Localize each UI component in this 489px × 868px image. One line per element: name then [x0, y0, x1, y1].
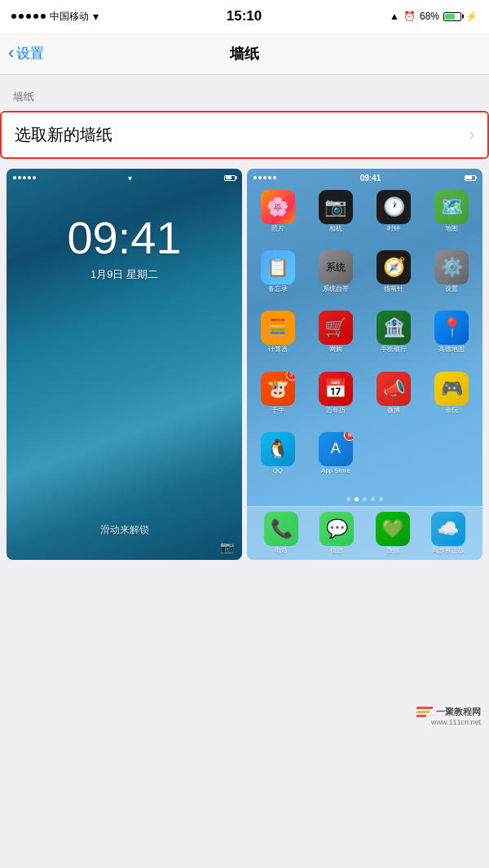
list-item[interactable]: 🐮 7 千牛 [250, 372, 305, 429]
appstore-app-icon: A 9 [319, 432, 353, 466]
page-dots [247, 492, 482, 506]
list-item[interactable]: 📷 相机 [308, 190, 363, 247]
charging-icon: ⚡ [465, 11, 478, 22]
battery-icon [443, 12, 461, 21]
lock-signal [13, 176, 36, 179]
status-bar: 中国移动 ▾ 15:10 ▲ ⏰ 68% ⚡ [0, 0, 489, 33]
chevron-left-icon: ‹ [8, 44, 14, 62]
status-left: 中国移动 ▾ [11, 10, 99, 24]
list-item[interactable]: 🐧 QQ [250, 432, 305, 489]
dock-phone[interactable]: 📞 电话 [264, 512, 298, 555]
app-grid: 🌸 照片 📷 相机 🕐 时钟 🗺️ 地图 [247, 187, 482, 492]
backup-app-icon: 📋 [261, 250, 295, 284]
list-item[interactable]: 📍 高德地图 [425, 311, 479, 368]
list-item[interactable]: 🌸 照片 [250, 190, 305, 247]
gaode-app-icon: 📍 [434, 311, 469, 345]
wallpaper-row-label: 选取新的墙纸 [15, 124, 112, 146]
list-item[interactable]: 🎮 余玩 [425, 372, 479, 429]
messages-app-icon: 💬 [319, 512, 354, 546]
dock: 📞 电话 💬 信息 💚 微信 ☁️ 同步推正版 [247, 506, 482, 560]
lock-time: 09:41 [67, 211, 181, 264]
camera-icon: 📷 [220, 540, 234, 553]
system-app-icon: 系统 [319, 250, 353, 284]
photos-app-icon: 🌸 [261, 190, 295, 224]
list-item[interactable]: 🧭 指南针 [367, 250, 421, 307]
battery-percent: 68% [420, 11, 439, 22]
bottom-area: 一聚教程网 www.111cn.net [0, 570, 489, 733]
watermark-logo: 一聚教程网 [416, 706, 481, 718]
location-icon: ▲ [390, 11, 399, 22]
page-dot [363, 497, 367, 501]
dock-wechat[interactable]: 💚 微信 [376, 512, 410, 555]
dock-messages[interactable]: 💬 信息 [319, 512, 354, 555]
home-screen-preview[interactable]: 09:41 🌸 照片 📷 相机 🕐 [247, 169, 482, 560]
page-dot-active [355, 497, 359, 501]
youxi-app-icon: 🎮 [434, 372, 469, 406]
list-item[interactable]: 🏦 手机银行 [367, 311, 421, 368]
status-time: 15:10 [227, 8, 262, 24]
clock-app-icon: 🕐 [377, 190, 411, 224]
list-item[interactable]: 📣 微博 [367, 372, 421, 429]
watermark: 一聚教程网 www.111cn.net [416, 706, 481, 726]
chevron-right-icon: › [469, 126, 474, 143]
list-item[interactable]: 🕐 时钟 [367, 190, 421, 247]
home-status-right [465, 175, 476, 181]
qq-app-icon: 🐧 [261, 432, 295, 466]
lock-wifi-icon: ▾ [128, 174, 132, 183]
wifi-icon: ▾ [93, 10, 99, 23]
watermark-lines [416, 707, 433, 717]
section-label: 墙纸 [0, 75, 489, 111]
lock-status-bar: ▾ [7, 169, 242, 187]
lock-screen: ▾ 09:41 1月9日 星期二 滑动来解锁 📷 [7, 169, 242, 560]
home-signal [253, 176, 276, 179]
list-item[interactable]: 📋 备忘录 [250, 250, 305, 307]
wechat-app-icon: 💚 [376, 512, 410, 546]
watermark-name: 一聚教程网 [436, 706, 481, 718]
back-label: 设置 [16, 44, 44, 63]
status-right: ▲ ⏰ 68% ⚡ [390, 11, 478, 22]
wallpaper-select-row[interactable]: 选取新的墙纸 › [0, 111, 489, 159]
tongbu-app-icon: ☁️ [431, 512, 465, 546]
lock-unlock-text: 滑动来解锁 [100, 523, 149, 537]
list-item[interactable]: ⚙️ 设置 [425, 250, 479, 307]
list-item[interactable]: 📅 万年历 [308, 372, 363, 429]
list-item[interactable]: 系统 系统自带 [308, 250, 363, 307]
list-item[interactable]: 🧮 计算器 [250, 311, 305, 368]
list-item[interactable]: 🗺️ 地图 [425, 190, 479, 247]
dock-tongbu[interactable]: ☁️ 同步推正版 [431, 512, 465, 555]
lock-date: 1月9日 星期二 [90, 267, 158, 282]
list-item[interactable]: 🛒 网购 [308, 311, 363, 368]
alarm-icon: ⏰ [403, 11, 416, 22]
list-item [367, 432, 421, 489]
qianniu-app-icon: 🐮 7 [261, 372, 295, 406]
page-dot [379, 497, 383, 501]
maps-app-icon: 🗺️ [434, 190, 469, 224]
list-item[interactable]: A 9 App Store [308, 432, 363, 489]
wanli-app-icon: 📅 [319, 372, 353, 406]
phone-app-icon: 📞 [264, 512, 298, 546]
bank-app-icon: 🏦 [377, 311, 411, 345]
home-status-bar: 09:41 [247, 169, 482, 187]
signal-dots [11, 14, 46, 19]
watermark-site: www.111cn.net [431, 718, 481, 726]
list-item [425, 432, 479, 489]
lock-screen-preview[interactable]: ▾ 09:41 1月9日 星期二 滑动来解锁 📷 [7, 169, 242, 560]
camera-app-icon: 📷 [319, 190, 353, 224]
page-title: 墙纸 [230, 44, 259, 64]
content-area: 墙纸 选取新的墙纸 › ▾ [0, 75, 489, 733]
wangyi-app-icon: 🛒 [319, 311, 353, 345]
home-screen: 09:41 🌸 照片 📷 相机 🕐 [247, 169, 482, 560]
settings-app-icon: ⚙️ [434, 250, 469, 284]
navigation-bar: ‹ 设置 墙纸 [0, 33, 489, 75]
home-time: 09:41 [360, 174, 381, 183]
lock-status-right [224, 175, 236, 181]
back-button[interactable]: ‹ 设置 [8, 44, 44, 63]
carrier-label: 中国移动 [50, 10, 89, 24]
compass-app-icon: 🧭 [377, 250, 411, 284]
wallpaper-preview-area: ▾ 09:41 1月9日 星期二 滑动来解锁 📷 [0, 159, 489, 570]
page-dot [371, 497, 375, 501]
weibo-app-icon: 📣 [377, 372, 411, 406]
calc-app-icon: 🧮 [261, 311, 295, 345]
page-dot [346, 497, 350, 501]
